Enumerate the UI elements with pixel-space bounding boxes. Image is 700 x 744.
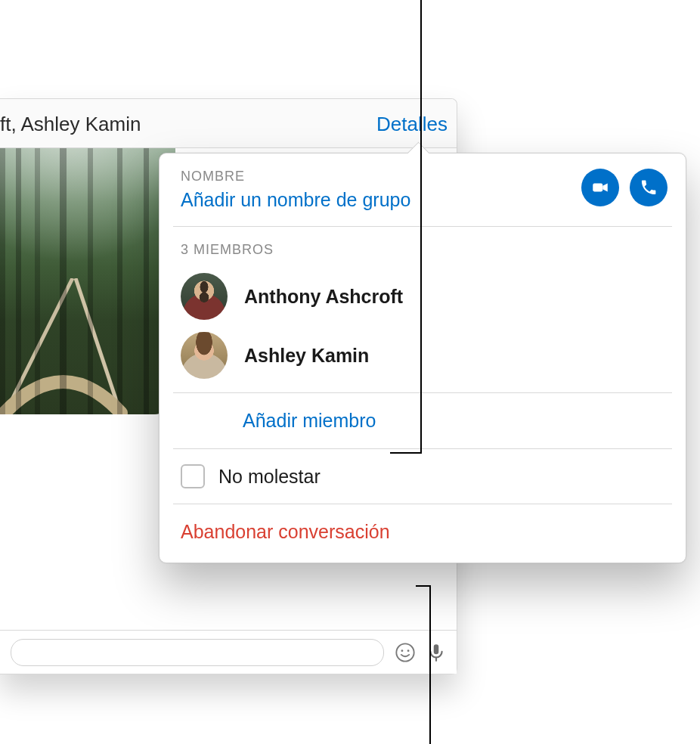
details-popover: NOMBRE Añadir un nombre de grupo 3 MIEMB… — [159, 153, 686, 563]
callout-line — [416, 585, 431, 587]
details-button[interactable]: Detalles — [376, 113, 448, 136]
chat-header: ft, Ashley Kamin Detalles — [0, 99, 457, 148]
leave-conversation-button[interactable]: Abandonar conversación — [160, 504, 686, 543]
add-member-button[interactable]: Añadir miembro — [160, 393, 686, 448]
svg-point-0 — [396, 643, 413, 661]
member-name: Anthony Ashcroft — [244, 286, 403, 308]
message-input[interactable] — [11, 639, 384, 666]
do-not-disturb-row[interactable]: No molestar — [160, 449, 686, 504]
audio-call-button[interactable] — [630, 169, 667, 206]
svg-point-2 — [407, 649, 410, 652]
svg-rect-5 — [593, 184, 602, 192]
do-not-disturb-checkbox[interactable] — [181, 464, 205, 488]
video-icon — [590, 178, 610, 197]
svg-point-1 — [401, 649, 404, 652]
phone-icon — [640, 178, 658, 197]
message-input-bar — [0, 630, 457, 674]
members-count-label: 3 MIEMBROS — [160, 227, 686, 267]
callout-line — [390, 452, 422, 454]
conversation-title: ft, Ashley Kamin — [0, 113, 141, 136]
member-row[interactable]: Ashley Kamin — [160, 326, 686, 385]
member-name: Ashley Kamin — [244, 345, 369, 367]
svg-rect-3 — [434, 644, 439, 654]
member-row[interactable]: Anthony Ashcroft — [160, 267, 686, 326]
do-not-disturb-label: No molestar — [218, 466, 321, 488]
emoji-icon[interactable] — [395, 642, 416, 663]
image-message[interactable] — [0, 148, 175, 414]
image-content — [0, 278, 175, 414]
callout-line — [429, 585, 431, 744]
facetime-video-button[interactable] — [581, 169, 619, 206]
callout-line — [420, 0, 422, 454]
avatar — [181, 273, 228, 320]
avatar — [181, 332, 228, 379]
